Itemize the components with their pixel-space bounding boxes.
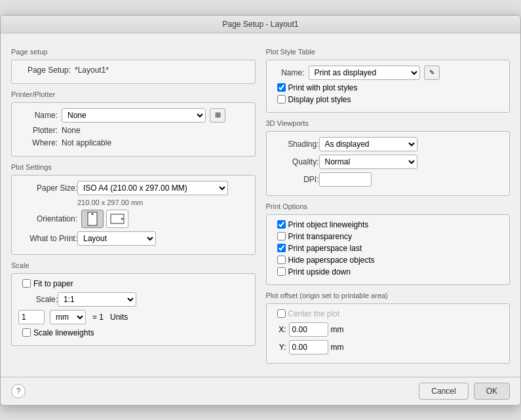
left-column: Page setup Page Setup: *Layout1* Printer… [11,41,256,369]
hide-paperspace-label: Hide paperspace objects [288,256,375,265]
printer-section-label: Printer/Plotter [11,90,256,98]
viewports-box: Shading: As displayed Wireframe Hidden Q… [266,131,511,196]
center-plot-label: Center the plot [288,309,340,318]
print-paperspace-last-checkbox[interactable] [277,244,286,252]
where-value: Not applicable [62,138,111,147]
shading-label: Shading: [273,140,319,149]
shading-row: Shading: As displayed Wireframe Hidden [273,137,503,151]
plot-style-box: Name: Print as displayed None acad.ctb m… [266,60,511,113]
scale-equals: = 1 [92,313,104,322]
scale-row: Scale: 1:1 1:2 1:5 1:10 2:1 [18,292,248,307]
plot-offset-section-label: Plot offset (origin set to printable are… [266,292,511,299]
plotter-label: Plotter: [18,126,58,135]
page-setup-section-label: Page setup [11,48,256,56]
plotter-row: Plotter: None [18,126,248,135]
print-with-plot-styles-checkbox[interactable] [277,83,286,92]
x-offset-row: X: mm [273,322,503,337]
scale-unit-select[interactable]: mm inches [50,310,86,324]
plot-offset-box: Center the plot X: mm Y: mm [266,303,511,364]
page-setup-dialog: Page Setup - Layout1 Page setup Page Set… [0,15,521,406]
dpi-label: DPI: [273,175,319,184]
quality-row: Quality: Normal Draft Preview Presentati… [273,155,503,169]
scale-numerator-input[interactable] [18,310,45,324]
dialog-title: Page Setup - Layout1 [222,20,298,29]
hide-paperspace-checkbox[interactable] [277,256,286,264]
print-transparency-row: Print transparency [277,232,503,241]
help-button[interactable]: ? [11,384,26,398]
plot-style-name-label: Name: [273,68,305,77]
print-options-box: Print object lineweights Print transpare… [266,214,511,285]
print-lineweights-checkbox[interactable] [277,220,286,229]
dialog-buttons: Cancel OK [419,383,510,400]
print-transparency-checkbox[interactable] [277,232,286,240]
what-to-print-label: What to Print: [18,234,77,243]
x-unit: mm [331,325,344,334]
viewports-section-label: 3D Viewports [266,119,511,127]
scale-units-label: Units [110,313,128,322]
paper-size-select[interactable]: ISO A4 (210.00 x 297.00 MM) Letter A3 A2 [77,181,228,195]
plotter-value: None [62,126,81,135]
display-plot-styles-checkbox[interactable] [277,95,286,104]
printer-properties-btn[interactable]: ⊞ [210,108,225,123]
footer-bar: ? Cancel OK [1,377,520,405]
shading-select[interactable]: As displayed Wireframe Hidden [319,137,417,151]
ok-button[interactable]: OK [474,383,510,400]
center-plot-checkbox[interactable] [277,309,286,318]
print-with-plot-styles-row: Print with plot styles [277,83,503,92]
paper-size-dims: 210.00 x 297.00 mm [77,199,248,206]
print-lineweights-row: Print object lineweights [277,220,503,229]
plot-style-section-label: Plot Style Table [266,48,511,56]
what-to-print-row: What to Print: Layout Extents Limits Win… [18,231,248,246]
fit-to-paper-label: Fit to paper [33,279,73,288]
paper-size-label: Paper Size: [18,183,77,193]
dpi-input[interactable] [319,172,372,187]
display-plot-styles-label: Display plot styles [288,95,351,104]
y-offset-input[interactable] [289,340,328,354]
page-setup-box: Page Setup: *Layout1* [11,60,256,84]
paper-size-row: Paper Size: ISO A4 (210.00 x 297.00 MM) … [18,181,248,195]
title-bar: Page Setup - Layout1 [1,16,520,33]
print-lineweights-label: Print object lineweights [288,220,369,229]
scale-box: Fit to paper Scale: 1:1 1:2 1:5 1:10 2:1 [11,273,256,346]
where-row: Where: Not applicable [18,138,248,147]
x-offset-input[interactable] [289,322,328,337]
page-setup-row: Page Setup: *Layout1* [18,66,248,75]
where-label: Where: [18,138,58,147]
printer-name-select[interactable]: None Microsoft Print to PDF Default Prin… [62,108,206,123]
plot-settings-box: Paper Size: ISO A4 (210.00 x 297.00 MM) … [11,175,256,255]
scale-lineweights-label: Scale lineweights [33,328,94,337]
landscape-btn[interactable] [106,210,128,228]
y-unit: mm [331,343,344,352]
portrait-btn[interactable] [81,210,104,228]
print-paperspace-last-row: Print paperspace last [277,244,503,253]
scale-select[interactable]: 1:1 1:2 1:5 1:10 2:1 [58,292,136,307]
orientation-buttons [81,210,128,228]
print-upside-down-checkbox[interactable] [277,267,286,276]
plot-style-name-select[interactable]: Print as displayed None acad.ctb monochr… [309,66,420,80]
print-upside-down-label: Print upside down [288,267,351,277]
print-transparency-label: Print transparency [288,232,352,241]
scale-section-label: Scale [11,261,256,269]
fit-to-paper-row: Fit to paper [22,279,248,288]
print-options-section-label: Print Options [266,202,511,210]
y-label: Y: [273,343,286,352]
printer-name-label: Name: [18,111,58,120]
plot-style-name-row: Name: Print as displayed None acad.ctb m… [273,66,503,80]
print-upside-down-row: Print upside down [277,267,503,277]
printer-name-row: Name: None Microsoft Print to PDF Defaul… [18,108,248,123]
quality-select[interactable]: Normal Draft Preview Presentation Maximu… [319,155,417,169]
scale-lineweights-checkbox[interactable] [22,328,31,337]
center-plot-row: Center the plot [277,309,503,318]
fit-to-paper-checkbox[interactable] [22,279,31,288]
scale-units-row: mm inches = 1 Units [18,310,248,324]
cancel-button[interactable]: Cancel [419,383,468,400]
help-label: ? [16,387,21,396]
what-to-print-select[interactable]: Layout Extents Limits Window Display [77,231,156,246]
print-with-plot-styles-label: Print with plot styles [288,83,358,92]
dpi-row: DPI: [273,172,503,187]
dialog-body: Page setup Page Setup: *Layout1* Printer… [1,33,520,377]
right-column: Plot Style Table Name: Print as displaye… [266,41,511,369]
quality-label: Quality: [273,157,319,166]
scale-label: Scale: [18,295,58,304]
plot-style-edit-btn[interactable]: ✎ [424,66,440,80]
